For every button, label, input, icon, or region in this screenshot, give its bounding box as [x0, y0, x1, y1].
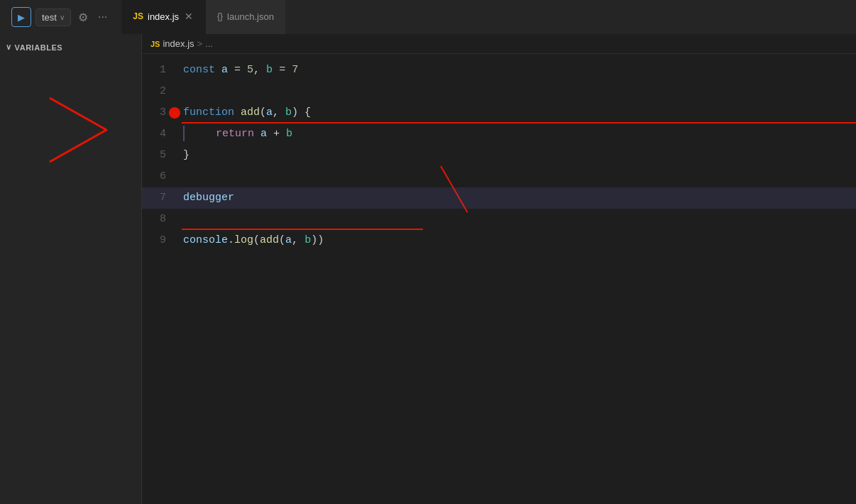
line-content-5: } [177, 145, 856, 166]
breadcrumb-more: ... [205, 38, 213, 49]
variables-title: ∨ VARIABLES [6, 43, 136, 52]
play-button[interactable]: ▶ [11, 7, 31, 27]
code-line-3: 3 function add(a, b) { [142, 102, 856, 124]
gear-icon: ⚙ [78, 11, 88, 24]
js-file-icon: JS [133, 11, 143, 21]
code-line-7: 7 debugger [142, 187, 856, 209]
debug-config-dropdown[interactable]: test ∨ [35, 9, 71, 26]
breadcrumb-sep: > [197, 38, 203, 49]
breadcrumb-filename: index.js [163, 38, 194, 49]
line-content-1: const a = 5, b = 7 [177, 60, 856, 81]
debug-config-label: test [42, 12, 57, 23]
code-line-1: 1 const a = 5, b = 7 [142, 60, 856, 81]
breadcrumb-js-icon: JS [150, 40, 160, 48]
variables-section: ∨ VARIABLES [0, 40, 141, 55]
gear-button[interactable]: ⚙ [75, 8, 91, 27]
more-icon: ··· [98, 11, 107, 23]
tab-launch-json-label: launch.json [227, 11, 274, 22]
main-area: ∨ VARIABLES JS index.js > ... 1 const a … [0, 34, 856, 504]
tab-launch-json[interactable]: {} launch.json [206, 0, 285, 34]
code-editor[interactable]: 1 const a = 5, b = 7 2 3 function add(a,… [142, 54, 856, 504]
code-line-9: 9 console.log(add(a, b)) [142, 230, 856, 251]
code-line-4: 4 return a + b [142, 124, 856, 145]
play-icon: ▶ [18, 12, 25, 23]
code-line-2: 2 [142, 81, 856, 102]
line-content-9: console.log(add(a, b)) [177, 230, 856, 251]
tab-index-js[interactable]: JS index.js ✕ [121, 0, 206, 34]
code-line-6: 6 [142, 166, 856, 187]
breakpoint-dot-3 [169, 107, 180, 119]
tab-close-icon[interactable]: ✕ [183, 9, 194, 23]
line-number-4: 4 [142, 124, 177, 145]
more-button[interactable]: ··· [95, 8, 110, 26]
editor-area: JS index.js > ... 1 const a = 5, b = 7 2… [142, 34, 856, 504]
tab-bar: ▶ test ∨ ⚙ ··· JS index.js ✕ {} launch.j… [0, 0, 856, 34]
line-number-6: 6 [142, 166, 177, 187]
code-line-8: 8 [142, 209, 856, 230]
line-number-9: 9 [142, 230, 177, 251]
line-number-8: 8 [142, 209, 177, 230]
tab-index-js-label: index.js [148, 11, 179, 22]
json-file-icon: {} [217, 11, 223, 21]
line-number-7: 7 [142, 187, 177, 209]
line-number-5: 5 [142, 145, 177, 166]
line-content-7: debugger [177, 187, 856, 209]
line-number-2: 2 [142, 81, 177, 102]
line-content-4: return a + b [177, 124, 856, 145]
variables-chevron: ∨ [6, 43, 12, 52]
line-number-1: 1 [142, 60, 177, 81]
line-content-3: function add(a, b) { [177, 102, 856, 124]
code-line-5: 5 } [142, 145, 856, 166]
debug-controls: ▶ test ∨ ⚙ ··· [6, 7, 116, 27]
arrow-annotation [7, 77, 121, 169]
sidebar: ∨ VARIABLES [0, 34, 142, 504]
chevron-down-icon: ∨ [60, 13, 65, 21]
breadcrumb: JS index.js > ... [142, 34, 856, 54]
variables-label: VARIABLES [15, 43, 63, 52]
